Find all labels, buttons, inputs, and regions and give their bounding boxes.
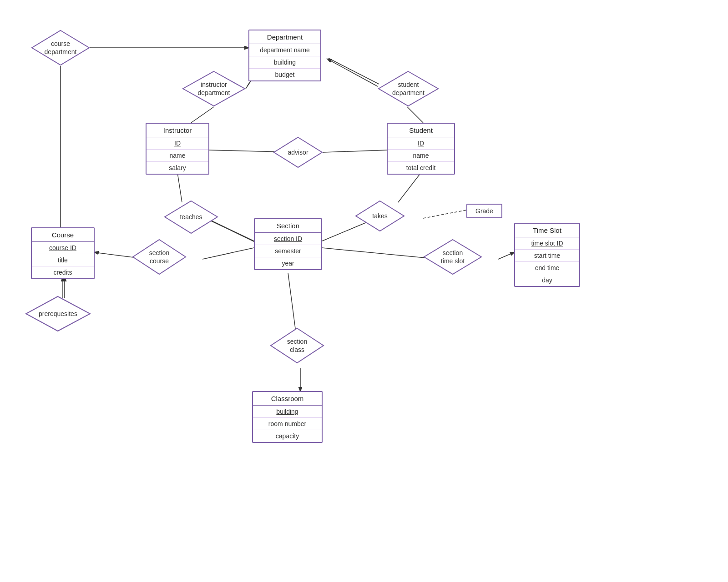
entity-instructor-attr-1: name [147, 150, 208, 162]
entity-classroom-attr-2: capacity [253, 430, 322, 442]
diamond-section-timeslot: sectiontime slot [423, 239, 482, 275]
diamond-student-department: studentdepartment [378, 70, 439, 107]
entity-timeslot-attr-1: start time [515, 250, 579, 262]
diamond-takes: takes [355, 200, 405, 232]
svg-line-7 [407, 107, 423, 123]
entity-section-attr-2: year [255, 257, 321, 269]
diamond-advisor: advisor [273, 136, 323, 168]
diamond-section-class: sectionclass [270, 327, 324, 364]
entity-student-attr-2: total credit [388, 162, 454, 174]
diamond-instructor-department: instructordepartment [182, 70, 246, 107]
entity-student: Student ID name total credit [387, 123, 455, 175]
entity-student-title: Student [388, 124, 454, 137]
entity-timeslot-attr-0: time slot ID [515, 237, 579, 250]
entity-classroom: Classroom building room number capacity [252, 391, 323, 443]
diamond-teaches: teaches [164, 200, 218, 234]
er-diagram: Department department name building budg… [0, 0, 728, 582]
svg-line-20 [322, 248, 439, 259]
entity-course-title: Course [32, 228, 94, 242]
entity-instructor-attr-0: ID [147, 137, 208, 150]
svg-line-10 [177, 173, 182, 202]
entity-department-attr-2: budget [249, 69, 320, 80]
entity-section-attr-0: section ID [255, 233, 321, 245]
entity-instructor-attr-2: salary [147, 162, 208, 174]
entity-student-attr-0: ID [388, 137, 454, 150]
svg-line-13 [398, 173, 421, 202]
svg-line-17 [202, 248, 254, 259]
entity-student-attr-1: name [388, 150, 454, 162]
entity-department: Department department name building budg… [248, 30, 321, 81]
svg-line-9 [323, 150, 387, 152]
diamond-prerequesites: prerequesites [25, 296, 91, 332]
entity-section-title: Section [255, 219, 321, 233]
diamond-section-course: sectioncourse [132, 239, 187, 275]
entity-instructor-title: Instructor [147, 124, 208, 137]
entity-course: Course course ID title credits [31, 227, 95, 279]
entity-timeslot-title: Time Slot [515, 224, 579, 237]
entity-timeslot: Time Slot time slot ID start time end ti… [514, 223, 580, 287]
svg-line-4 [328, 59, 378, 86]
svg-line-6 [191, 107, 214, 123]
entity-course-attr-1: title [32, 254, 94, 266]
entity-classroom-attr-1: room number [253, 418, 322, 430]
entity-timeslot-attr-2: end time [515, 262, 579, 274]
entity-instructor: Instructor ID name salary [146, 123, 209, 175]
entity-classroom-attr-0: building [253, 406, 322, 418]
entity-department-attr-1: building [249, 56, 320, 69]
entity-course-attr-2: credits [32, 266, 94, 278]
entity-section-attr-1: semester [255, 245, 321, 257]
entity-timeslot-attr-3: day [515, 274, 579, 286]
entity-course-attr-0: course ID [32, 242, 94, 254]
svg-line-22 [288, 273, 296, 332]
diamond-course-department: coursedepartment [31, 30, 90, 66]
entity-classroom-title: Classroom [253, 392, 322, 406]
svg-line-5 [329, 58, 379, 84]
entity-department-title: Department [249, 30, 320, 44]
grade-box: Grade [466, 204, 502, 218]
connections-svg [0, 0, 728, 582]
svg-line-15 [423, 210, 466, 218]
entity-section: Section section ID semester year [254, 218, 322, 270]
svg-line-21 [498, 252, 514, 259]
entity-department-attr-0: department name [249, 44, 320, 56]
